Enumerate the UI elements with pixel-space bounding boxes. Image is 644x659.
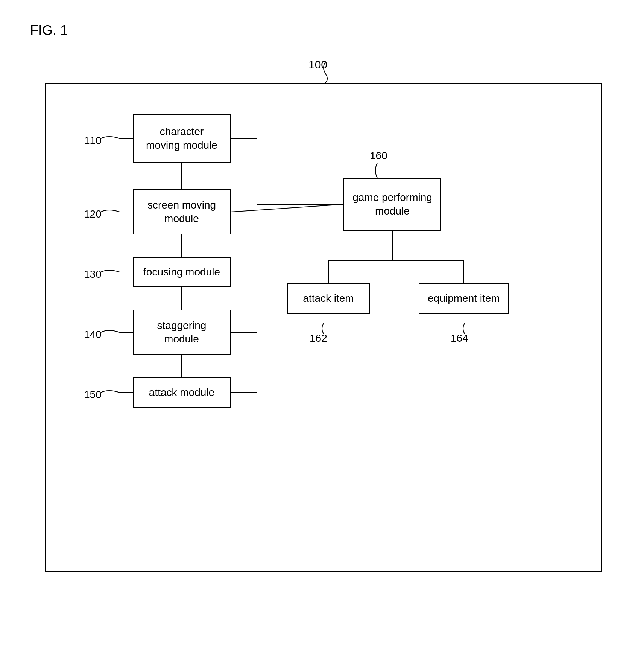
ref-110-connector — [97, 133, 135, 144]
box-focusing-module: focusing module — [133, 257, 231, 287]
box-screen-moving-module: screen movingmodule — [133, 189, 231, 234]
ref-140-connector — [97, 327, 135, 338]
box-120-label: screen movingmodule — [147, 198, 216, 226]
box-character-moving-module: charactermoving module — [133, 114, 231, 163]
box-140-label: staggeringmodule — [157, 319, 207, 346]
box-160-label: game performingmodule — [352, 191, 432, 218]
box-164-label: equipment item — [428, 292, 500, 305]
box-110-label: charactermoving module — [146, 125, 217, 152]
ref-164-connector — [457, 321, 480, 334]
box-game-performing-module: game performingmodule — [343, 178, 441, 231]
page-container: FIG. 1 100 — [0, 0, 644, 659]
box-attack-module: attack module — [133, 377, 231, 408]
box-130-label: focusing module — [143, 265, 220, 279]
svg-line-4 — [231, 204, 343, 212]
ref-label-160: 160 — [370, 150, 387, 162]
box-attack-item: attack item — [287, 283, 370, 314]
box-150-label: attack module — [149, 386, 214, 399]
box-equipment-item: equipment item — [419, 283, 509, 314]
ref-150-connector — [97, 387, 135, 398]
box-staggering-module: staggeringmodule — [133, 310, 231, 355]
ref-162-connector — [316, 321, 339, 334]
ref-130-connector — [97, 266, 135, 278]
figure-label: FIG. 1 — [30, 23, 68, 38]
ref-100-connector — [318, 60, 333, 85]
box-162-label: attack item — [303, 292, 354, 305]
ref-160-connector — [370, 161, 396, 180]
ref-120-connector — [97, 206, 135, 218]
main-system-box: charactermoving module screen movingmodu… — [45, 83, 602, 572]
